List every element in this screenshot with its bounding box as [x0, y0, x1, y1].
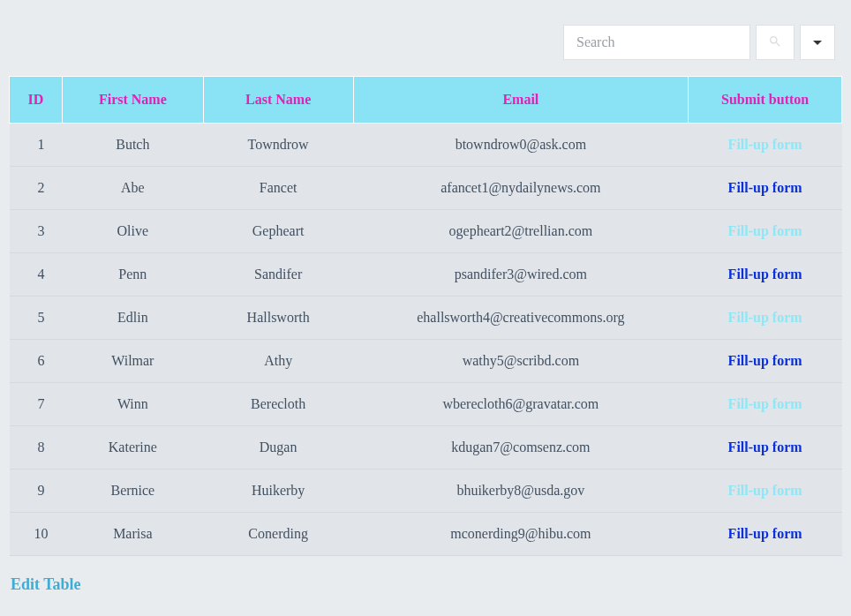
cell-email: afancet1@nydailynews.com	[353, 167, 689, 210]
cell-submit: Fill-up form	[689, 513, 842, 556]
cell-email: wberecloth6@gravatar.com	[353, 383, 689, 426]
fill-up-form-link[interactable]: Fill-up form	[728, 353, 802, 368]
caret-down-icon	[813, 41, 822, 45]
cell-id: 2	[10, 167, 63, 210]
cell-last: Towndrow	[203, 124, 353, 167]
cell-first: Winn	[62, 383, 203, 426]
cell-email: btowndrow0@ask.com	[353, 124, 689, 167]
cell-id: 8	[10, 426, 63, 470]
cell-email: bhuikerby8@usda.gov	[353, 470, 689, 513]
toolbar	[9, 9, 842, 76]
table-row: 3OliveGepheartogepheart2@trellian.comFil…	[10, 210, 842, 253]
cell-first: Penn	[62, 253, 203, 297]
cell-first: Edlin	[62, 297, 203, 340]
cell-email: psandifer3@wired.com	[353, 253, 689, 297]
cell-submit: Fill-up form	[689, 253, 842, 297]
cell-first: Marisa	[62, 513, 203, 556]
cell-last: Huikerby	[203, 470, 353, 513]
fill-up-form-link[interactable]: Fill-up form	[728, 439, 802, 454]
table-row: 10MarisaConerdingmconerding9@hibu.comFil…	[10, 513, 842, 556]
cell-submit: Fill-up form	[689, 167, 842, 210]
cell-last: Fancet	[203, 167, 353, 210]
cell-id: 1	[10, 124, 63, 167]
col-header-email[interactable]: Email	[353, 77, 689, 124]
cell-submit: Fill-up form	[689, 340, 842, 383]
search-input[interactable]	[563, 25, 750, 60]
fill-up-form-link[interactable]: Fill-up form	[728, 483, 802, 498]
cell-first: Bernice	[62, 470, 203, 513]
cell-submit: Fill-up form	[689, 124, 842, 167]
table-row: 8KaterineDugankdugan7@comsenz.comFill-up…	[10, 426, 842, 470]
cell-first: Wilmar	[62, 340, 203, 383]
cell-id: 9	[10, 470, 63, 513]
col-header-first[interactable]: First Name	[62, 77, 203, 124]
table-row: 5EdlinHallsworthehallsworth4@creativecom…	[10, 297, 842, 340]
table-row: 4PennSandiferpsandifer3@wired.comFill-up…	[10, 253, 842, 297]
cell-last: Conerding	[203, 513, 353, 556]
cell-submit: Fill-up form	[689, 383, 842, 426]
cell-email: wathy5@scribd.com	[353, 340, 689, 383]
dropdown-button[interactable]	[800, 25, 835, 60]
fill-up-form-link[interactable]: Fill-up form	[728, 396, 802, 411]
cell-id: 7	[10, 383, 63, 426]
col-header-id[interactable]: ID	[10, 77, 63, 124]
cell-first: Abe	[62, 167, 203, 210]
cell-last: Athy	[203, 340, 353, 383]
cell-submit: Fill-up form	[689, 470, 842, 513]
cell-submit: Fill-up form	[689, 210, 842, 253]
cell-last: Sandifer	[203, 253, 353, 297]
cell-email: mconerding9@hibu.com	[353, 513, 689, 556]
data-table: ID First Name Last Name Email Submit but…	[9, 76, 842, 556]
cell-last: Gepheart	[203, 210, 353, 253]
cell-last: Hallsworth	[203, 297, 353, 340]
table-row: 7WinnBereclothwberecloth6@gravatar.comFi…	[10, 383, 842, 426]
fill-up-form-link[interactable]: Fill-up form	[728, 180, 802, 195]
cell-email: ehallsworth4@creativecommons.org	[353, 297, 689, 340]
table-header-row: ID First Name Last Name Email Submit but…	[10, 77, 842, 124]
fill-up-form-link[interactable]: Fill-up form	[728, 223, 802, 238]
cell-id: 5	[10, 297, 63, 340]
table-row: 6WilmarAthywathy5@scribd.comFill-up form	[10, 340, 842, 383]
cell-email: kdugan7@comsenz.com	[353, 426, 689, 470]
cell-first: Butch	[62, 124, 203, 167]
cell-email: ogepheart2@trellian.com	[353, 210, 689, 253]
col-header-last[interactable]: Last Name	[203, 77, 353, 124]
edit-table-link[interactable]: Edit Table	[11, 575, 81, 594]
table-row: 2AbeFancetafancet1@nydailynews.comFill-u…	[10, 167, 842, 210]
table-row: 1ButchTowndrowbtowndrow0@ask.comFill-up …	[10, 124, 842, 167]
cell-submit: Fill-up form	[689, 426, 842, 470]
cell-first: Olive	[62, 210, 203, 253]
cell-last: Berecloth	[203, 383, 353, 426]
cell-submit: Fill-up form	[689, 297, 842, 340]
table-row: 9BerniceHuikerbybhuikerby8@usda.govFill-…	[10, 470, 842, 513]
cell-first: Katerine	[62, 426, 203, 470]
cell-id: 4	[10, 253, 63, 297]
fill-up-form-link[interactable]: Fill-up form	[728, 267, 802, 282]
search-button[interactable]	[756, 25, 795, 60]
col-header-submit[interactable]: Submit button	[689, 77, 842, 124]
cell-last: Dugan	[203, 426, 353, 470]
cell-id: 10	[10, 513, 63, 556]
cell-id: 6	[10, 340, 63, 383]
fill-up-form-link[interactable]: Fill-up form	[728, 137, 802, 152]
fill-up-form-link[interactable]: Fill-up form	[728, 310, 802, 325]
cell-id: 3	[10, 210, 63, 253]
fill-up-form-link[interactable]: Fill-up form	[728, 526, 802, 541]
search-icon	[768, 34, 782, 51]
